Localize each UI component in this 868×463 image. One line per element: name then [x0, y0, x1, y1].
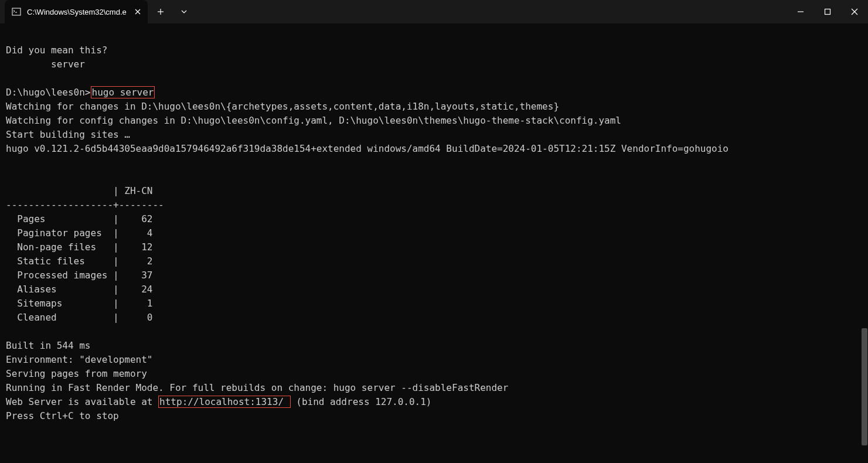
- highlighted-url: http://localhost:1313/: [158, 396, 291, 408]
- scrollbar[interactable]: [861, 23, 868, 463]
- output-line: Did you mean this?: [6, 45, 107, 56]
- output-line: Built in 544 ms: [6, 340, 91, 351]
- table-row: Non-page files | 12: [6, 241, 164, 253]
- close-tab-button[interactable]: [132, 6, 143, 17]
- output-line-prefix: Web Server is available at: [6, 396, 158, 407]
- svg-rect-0: [12, 8, 21, 15]
- window-controls: [787, 0, 868, 23]
- tab-dropdown-button[interactable]: [173, 2, 195, 21]
- table-divider: -------------------+--------: [6, 199, 164, 210]
- output-line: Serving pages from memory: [6, 368, 147, 379]
- output-line-suffix: (bind address 127.0.0.1): [296, 396, 431, 407]
- output-line: server: [6, 59, 85, 70]
- output-line: hugo v0.121.2-6d5b44305eaa9d0a157946492a…: [6, 143, 729, 154]
- highlighted-command: hugo server: [91, 86, 155, 98]
- table-row: Pages | 62: [6, 213, 164, 224]
- tabs-area: C:\Windows\System32\cmd.e: [0, 0, 195, 23]
- prompt-path: D:\hugo\lees0n>: [6, 87, 91, 98]
- output-line: Running in Fast Render Mode. For full re…: [6, 382, 508, 393]
- svg-rect-7: [825, 9, 830, 15]
- output-line: Watching for changes in D:\hugo\lees0n\{…: [6, 101, 559, 112]
- close-button[interactable]: [841, 0, 868, 23]
- table-row: Static files | 2: [6, 256, 164, 267]
- table-row: Cleaned | 0: [6, 312, 164, 323]
- maximize-button[interactable]: [814, 0, 841, 23]
- tab-title: C:\Windows\System32\cmd.e: [27, 8, 127, 16]
- cmd-icon: [12, 7, 21, 16]
- tab-cmd[interactable]: C:\Windows\System32\cmd.e: [5, 0, 148, 23]
- output-line: Environment: "development": [6, 354, 152, 365]
- new-tab-button[interactable]: [150, 2, 171, 21]
- output-line: Watching for config changes in D:\hugo\l…: [6, 115, 621, 126]
- table-row: Aliases | 24: [6, 284, 164, 295]
- output-line: Press Ctrl+C to stop: [6, 410, 119, 421]
- minimize-button[interactable]: [787, 0, 814, 23]
- table-header: | ZH-CN: [6, 185, 164, 196]
- scrollbar-thumb[interactable]: [862, 328, 867, 445]
- table-row: Sitemaps | 1: [6, 298, 164, 309]
- window-titlebar: C:\Windows\System32\cmd.e: [0, 0, 868, 23]
- output-line: Start building sites …: [6, 129, 130, 140]
- terminal-output[interactable]: Did you mean this? server D:\hugo\lees0n…: [0, 23, 868, 429]
- table-row: Paginator pages | 4: [6, 227, 164, 239]
- table-row: Processed images | 37: [6, 270, 164, 281]
